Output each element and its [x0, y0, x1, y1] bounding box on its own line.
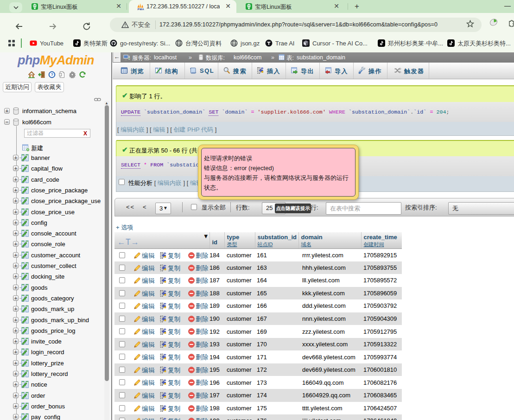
- svg-text:PMA: PMA: [138, 8, 144, 10]
- svg-text:?: ?: [51, 72, 54, 77]
